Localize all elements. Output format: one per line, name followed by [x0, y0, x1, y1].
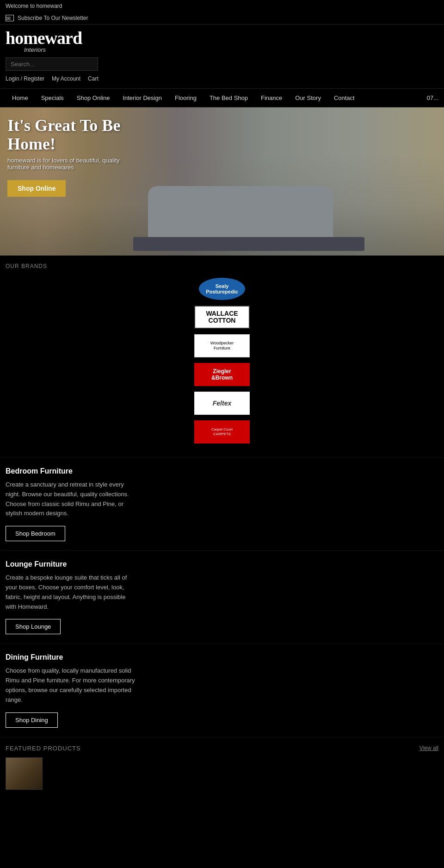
- featured-section: Featured Products View all: [0, 737, 444, 797]
- cart-link[interactable]: Cart: [88, 75, 99, 82]
- nav-specials[interactable]: Specials: [35, 89, 70, 107]
- shop-dining-button[interactable]: Shop Dining: [6, 712, 58, 728]
- brands-section: Sealy Posturepedic WALLACE COTTON Woodpe…: [0, 273, 444, 457]
- hero-subtitle: homeward is for lovers of beautiful, qua…: [7, 157, 137, 171]
- header-actions: Login / Register My Account Cart: [6, 74, 438, 84]
- brand-wp-line2: Furniture: [210, 346, 234, 351]
- brand-wp-line1: Woodpecker: [210, 341, 234, 346]
- logo-sub: Interiors: [24, 47, 438, 53]
- brands-section-label: Our Brands: [0, 256, 444, 273]
- newsletter-bar[interactable]: ✉ Subscribe To Our Newsletter: [0, 12, 444, 25]
- brand-ziegler-brown: Ziegler &Brown: [194, 363, 250, 386]
- dining-title: Dining Furniture: [6, 653, 438, 662]
- bedroom-section: Bedroom Furniture Create a sanctuary and…: [0, 457, 444, 550]
- login-link[interactable]: Login / Register: [6, 75, 44, 82]
- welcome-text: Welcome to homeward: [6, 3, 62, 9]
- product-thumbnail[interactable]: [6, 757, 43, 790]
- nav-bed-shop[interactable]: The Bed Shop: [203, 89, 254, 107]
- hero-content: It's Great To Be Home! homeward is for l…: [7, 117, 137, 197]
- brand-carpets-line2: CARPETS: [211, 432, 233, 437]
- search-input[interactable]: [6, 57, 98, 71]
- bedroom-title: Bedroom Furniture: [6, 467, 438, 475]
- brand-woodpecker: Woodpecker Furniture: [194, 334, 250, 357]
- brand-feltex-text: Feltex: [213, 400, 231, 407]
- hero-title-line2: Home!: [7, 135, 56, 153]
- email-icon: ✉: [6, 15, 14, 21]
- featured-viewall[interactable]: View all: [419, 745, 438, 751]
- brand-sealy-line1: Sealy: [206, 283, 238, 289]
- newsletter-label: Subscribe To Our Newsletter: [18, 15, 88, 21]
- nav-shop-online[interactable]: Shop Online: [70, 89, 117, 107]
- account-link[interactable]: My Account: [52, 75, 80, 82]
- nav-contact[interactable]: Contact: [327, 89, 361, 107]
- brand-wallace-cotton: WALLACE COTTON: [194, 306, 250, 329]
- brand-sealy-text: Sealy Posturepedic: [206, 283, 238, 294]
- brand-wc-line2: COTTON: [206, 317, 238, 324]
- top-bar: Welcome to homeward: [0, 0, 444, 12]
- dining-desc: Choose from quality, locally manufacture…: [6, 666, 135, 705]
- featured-header: Featured Products View all: [6, 745, 438, 752]
- logo[interactable]: homeward Interiors: [6, 29, 438, 53]
- hero-title: It's Great To Be Home!: [7, 117, 137, 153]
- lounge-title: Lounge Furniture: [6, 560, 438, 568]
- product-image: [6, 758, 42, 789]
- hero-title-line1: It's Great To Be: [7, 116, 120, 135]
- brand-carpets-line1: Carpet Court: [211, 427, 233, 432]
- logo-main: homeward: [6, 29, 438, 47]
- main-nav: Home Specials Shop Online Interior Desig…: [0, 88, 444, 107]
- brand-zb-line2: &Brown: [211, 375, 233, 381]
- lounge-desc: Create a bespoke lounge suite that ticks…: [6, 573, 135, 612]
- hero-banner: It's Great To Be Home! homeward is for l…: [0, 107, 444, 256]
- dining-section: Dining Furniture Choose from quality, lo…: [0, 643, 444, 737]
- brand-wp-text: Woodpecker Furniture: [210, 341, 234, 351]
- brand-feltex: Feltex: [194, 392, 250, 415]
- lounge-section: Lounge Furniture Create a bespoke lounge…: [0, 550, 444, 643]
- brand-zb-text: Ziegler &Brown: [211, 368, 233, 381]
- nav-phone: 07...: [427, 94, 438, 101]
- bedroom-desc: Create a sanctuary and retreat in style …: [6, 480, 135, 518]
- nav-our-story[interactable]: Our Story: [289, 89, 327, 107]
- nav-interior-design[interactable]: Interior Design: [116, 89, 168, 107]
- brand-wc-line1: WALLACE: [206, 310, 238, 317]
- nav-home[interactable]: Home: [6, 89, 35, 107]
- header: homeward Interiors Login / Register My A…: [0, 25, 444, 88]
- brand-wc-text: WALLACE COTTON: [206, 310, 238, 325]
- nav-finance[interactable]: Finance: [254, 89, 289, 107]
- brand-sealy: Sealy Posturepedic: [199, 278, 245, 300]
- brand-zb-line1: Ziegler: [211, 368, 233, 375]
- brand-sealy-line2: Posturepedic: [206, 289, 238, 294]
- brand-carpets-text: Carpet Court CARPETS: [211, 427, 233, 437]
- nav-flooring[interactable]: Flooring: [168, 89, 203, 107]
- featured-title: Featured Products: [6, 745, 81, 752]
- shop-lounge-button[interactable]: Shop Lounge: [6, 619, 61, 634]
- hero-cta-button[interactable]: Shop Online: [7, 180, 66, 197]
- shop-bedroom-button[interactable]: Shop Bedroom: [6, 526, 65, 541]
- brand-carpet-court: Carpet Court CARPETS: [194, 420, 250, 443]
